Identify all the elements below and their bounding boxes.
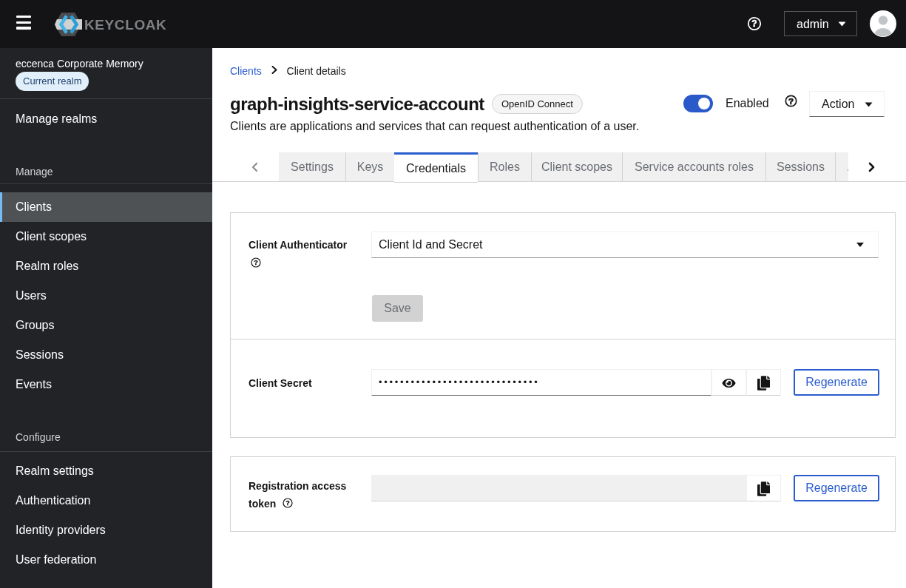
svg-text:KEYCLOAK: KEYCLOAK	[84, 17, 166, 33]
svg-text:?: ?	[788, 97, 794, 106]
svg-text:?: ?	[751, 18, 757, 29]
svg-text:?: ?	[285, 499, 290, 507]
svg-text:?: ?	[254, 259, 258, 266]
